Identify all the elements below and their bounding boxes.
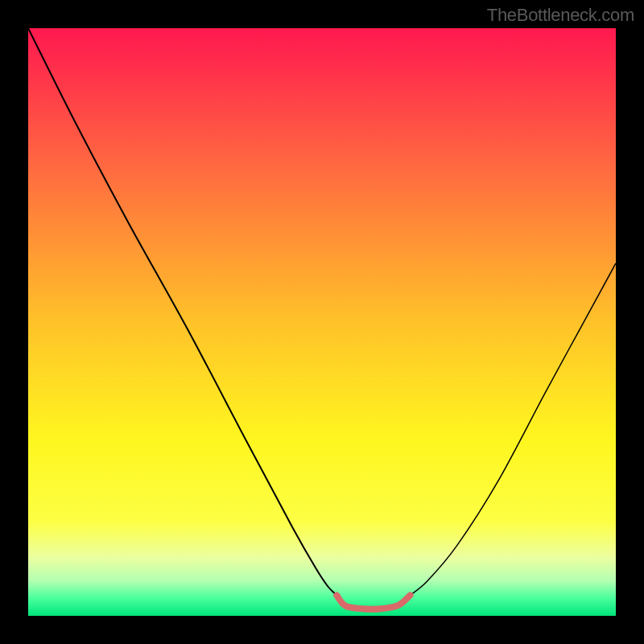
chart-frame	[28, 28, 616, 616]
chart-background	[28, 28, 616, 616]
bottleneck-chart	[28, 28, 616, 616]
watermark-text: TheBottleneck.com	[487, 5, 634, 26]
